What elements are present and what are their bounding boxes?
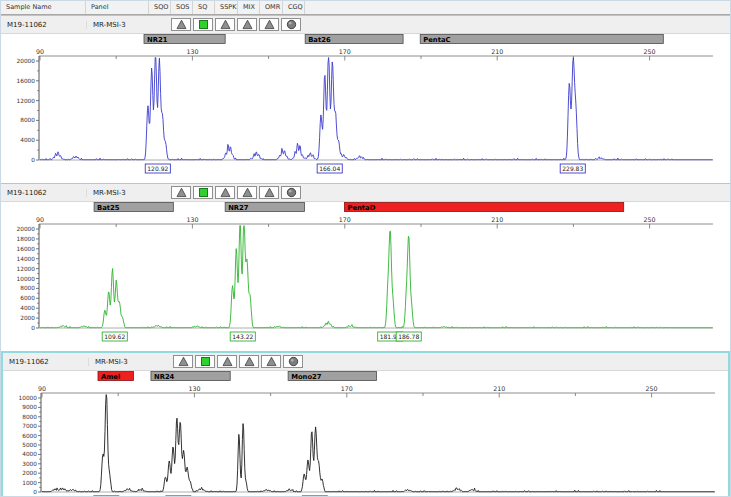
marker-bar-pentac[interactable]: PentaC <box>420 35 663 44</box>
trace-line <box>40 58 713 160</box>
svg-text:170: 170 <box>339 216 351 223</box>
svg-text:10000: 10000 <box>19 395 38 401</box>
flag-cell-sq[interactable] <box>195 355 215 368</box>
svg-text:210: 210 <box>493 385 505 392</box>
marker-bar-nr24[interactable]: NR24 <box>151 372 230 381</box>
flag-cell-omr[interactable] <box>261 355 281 368</box>
column-header-cgq[interactable]: CGQ <box>283 1 305 14</box>
svg-text:PentaD: PentaD <box>347 204 375 212</box>
column-header-mix[interactable]: MIX <box>238 1 260 14</box>
peak-size-label[interactable]: 109.62 <box>102 332 127 341</box>
svg-text:109.62: 109.62 <box>104 333 125 340</box>
flag-cell-sq[interactable] <box>193 186 213 199</box>
svg-text:8000: 8000 <box>20 117 35 123</box>
flag-cell-sspk[interactable] <box>215 18 235 31</box>
svg-text:Amel: Amel <box>101 373 120 381</box>
column-header-sample-name[interactable]: Sample Name <box>1 1 86 14</box>
svg-text:6000: 6000 <box>22 433 37 439</box>
marker-bar-bat25[interactable]: Bat25 <box>94 203 173 212</box>
marker-bar-bat26[interactable]: Bat26 <box>305 35 403 44</box>
flag-cell-sspk[interactable] <box>215 186 235 199</box>
flag-cell-sos[interactable] <box>173 355 193 368</box>
svg-text:6000: 6000 <box>20 295 35 301</box>
column-header-sos[interactable]: SOS <box>171 1 193 14</box>
green-square-icon <box>200 356 211 367</box>
svg-text:5000: 5000 <box>22 442 37 448</box>
svg-text:16000: 16000 <box>17 78 36 84</box>
warning-triangle-icon <box>220 187 231 198</box>
marker-bar-pentad[interactable]: PentaD <box>344 203 623 212</box>
peak-size-label[interactable]: 166.04 <box>317 164 342 173</box>
electropherogram-chart[interactable]: Bat25NR27PentaD9013017021025002000400060… <box>1 202 731 347</box>
flag-cell-mix[interactable] <box>237 186 257 199</box>
peak-size-label[interactable]: 229.83 <box>560 164 585 173</box>
warning-triangle-icon <box>176 187 187 198</box>
column-header-sspk[interactable]: SSPK <box>215 1 238 14</box>
marker-bar-amel[interactable]: Amel <box>98 372 133 381</box>
sample-row[interactable]: M19-11062MR-MSI-3 <box>1 184 730 202</box>
svg-text:Bat25: Bat25 <box>97 204 120 212</box>
electropherogram-chart[interactable]: AmelNR24Mono2790130170210250010002000300… <box>3 371 731 497</box>
warning-triangle-icon <box>242 187 253 198</box>
svg-text:143.22: 143.22 <box>232 333 253 340</box>
electropherogram-panel-2[interactable]: M19-11062MR-MSI-3Bat25NR27PentaD90130170… <box>1 183 730 351</box>
sample-row[interactable]: M19-11062MR-MSI-3 <box>1 16 730 34</box>
flag-cell-mix[interactable] <box>239 355 259 368</box>
flag-cell-omr[interactable] <box>259 18 279 31</box>
svg-text:0: 0 <box>33 489 37 495</box>
svg-text:170: 170 <box>339 48 351 55</box>
flag-cell-cgq[interactable] <box>281 186 301 199</box>
column-header-sq[interactable]: SQ <box>193 1 215 14</box>
size-ruler: 90130170210250 <box>36 48 713 61</box>
svg-text:130: 130 <box>186 48 198 55</box>
trace-line <box>40 226 713 328</box>
svg-text:14000: 14000 <box>17 256 36 262</box>
warning-triangle-icon <box>266 356 277 367</box>
warning-triangle-icon <box>242 19 253 30</box>
flag-cell-cgq[interactable] <box>281 18 301 31</box>
svg-text:0: 0 <box>31 325 35 331</box>
gray-circle-icon <box>288 356 299 367</box>
flag-cell-sspk[interactable] <box>217 355 237 368</box>
warning-triangle-icon <box>178 356 189 367</box>
flag-cell-omr[interactable] <box>259 186 279 199</box>
svg-text:4000: 4000 <box>20 305 35 311</box>
peak-size-label[interactable]: 143.22 <box>230 332 255 341</box>
electropherogram-panel-3[interactable]: M19-11062MR-MSI-3AmelNR24Mono27901301702… <box>1 351 730 497</box>
marker-bar-mono27[interactable]: Mono27 <box>288 372 376 381</box>
peak-size-label[interactable]: 120.92 <box>145 164 170 173</box>
warning-triangle-icon <box>244 356 255 367</box>
svg-text:12000: 12000 <box>17 98 36 104</box>
flag-cell-mix[interactable] <box>237 18 257 31</box>
size-ruler: 90130170210250 <box>38 385 715 398</box>
flag-cell-sos[interactable] <box>171 18 191 31</box>
sample-row[interactable]: M19-11062MR-MSI-3 <box>3 353 728 371</box>
svg-text:0: 0 <box>31 157 35 163</box>
electropherogram-chart[interactable]: NR21Bat26PentaC9013017021025004000800012… <box>1 34 731 179</box>
sample-name: M19-11062 <box>3 358 88 366</box>
marker-bar-nr27[interactable]: NR27 <box>225 203 304 212</box>
svg-text:10000: 10000 <box>17 276 36 282</box>
svg-text:250: 250 <box>644 48 656 55</box>
y-axis: 0100020003000400050006000700080009000100… <box>19 393 715 495</box>
electropherogram-panels: M19-11062MR-MSI-3NR21Bat26PentaC90130170… <box>1 15 730 497</box>
column-header-omr[interactable]: OMR <box>260 1 283 14</box>
marker-bar-nr21[interactable]: NR21 <box>144 35 225 44</box>
flag-cell-sos[interactable] <box>171 186 191 199</box>
svg-text:Bat26: Bat26 <box>308 36 331 44</box>
svg-text:250: 250 <box>646 385 658 392</box>
svg-text:3000: 3000 <box>22 461 37 467</box>
gray-circle-icon <box>286 19 297 30</box>
svg-text:120.92: 120.92 <box>147 165 168 172</box>
peak-size-label[interactable]: 186.78 <box>396 332 421 341</box>
sample-name: M19-11062 <box>1 21 86 29</box>
column-header-sqo[interactable]: SQO <box>149 1 171 14</box>
flag-cell-cgq[interactable] <box>283 355 303 368</box>
electropherogram-panel-1[interactable]: M19-11062MR-MSI-3NR21Bat26PentaC90130170… <box>1 15 730 183</box>
svg-text:186.78: 186.78 <box>398 333 419 340</box>
warning-triangle-icon <box>176 19 187 30</box>
column-header-panel[interactable]: Panel <box>86 1 149 14</box>
panel-name: MR-MSI-3 <box>88 358 151 366</box>
svg-text:8000: 8000 <box>20 285 35 291</box>
flag-cell-sq[interactable] <box>193 18 213 31</box>
